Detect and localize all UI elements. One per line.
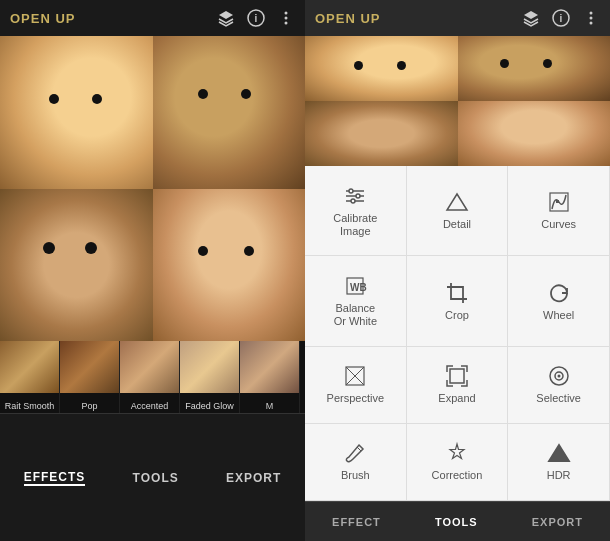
thumb-label-1: Rait Smooth xyxy=(0,401,59,411)
svg-point-9 xyxy=(590,22,593,25)
svg-rect-24 xyxy=(450,369,464,383)
doll-cell-3 xyxy=(0,189,153,342)
svg-text:i: i xyxy=(560,13,563,24)
tool-white-balance[interactable]: WB BalanceOr White xyxy=(305,256,407,346)
tab-effect-right[interactable]: EFFECT xyxy=(332,516,381,528)
thumb-faded-glow[interactable]: Faded Glow xyxy=(180,341,240,413)
svg-point-3 xyxy=(285,17,288,20)
thumb-rait-smooth[interactable]: Rait Smooth xyxy=(0,341,60,413)
correction-label: Correction xyxy=(432,469,483,482)
info-icon-right[interactable]: i xyxy=(552,9,570,27)
tool-curves[interactable]: Curves xyxy=(508,166,610,256)
bottom-bar-right: EFFECT TOOLS EXPORT xyxy=(305,501,610,541)
hdr-label: HDR xyxy=(547,469,571,482)
tab-effects[interactable]: Effects xyxy=(24,470,86,486)
bottom-bar-left: Effects TOOLS EXPORT xyxy=(0,413,305,541)
tools-grid: CalibrateImage Detail Curves xyxy=(305,166,610,501)
thumb-label-4: Faded Glow xyxy=(180,401,239,411)
svg-point-7 xyxy=(590,12,593,15)
expand-icon xyxy=(445,364,469,388)
svg-point-8 xyxy=(590,17,593,20)
white-balance-icon: WB xyxy=(343,274,367,298)
thumb-pop[interactable]: Pop xyxy=(60,341,120,413)
thumbnail-strip: Rait Smooth Pop Accented Faded Glow M xyxy=(0,341,305,413)
tool-calibrate[interactable]: CalibrateImage xyxy=(305,166,407,256)
calibrate-label: CalibrateImage xyxy=(333,212,377,238)
svg-marker-29 xyxy=(549,445,569,461)
tab-export-right[interactable]: EXPORT xyxy=(532,516,583,528)
tool-brush[interactable]: Brush xyxy=(305,424,407,501)
layers-icon-right[interactable] xyxy=(522,9,540,27)
layers-icon-left[interactable] xyxy=(217,9,235,27)
perspective-label: Perspective xyxy=(327,392,384,405)
app-title-left: OPEN UP xyxy=(10,11,76,26)
crop-icon xyxy=(445,280,469,304)
white-balance-label: BalanceOr White xyxy=(334,302,377,328)
calibrate-icon xyxy=(343,183,367,207)
brush-icon xyxy=(343,441,367,465)
thumb-label-2: Pop xyxy=(60,401,119,411)
left-top-bar: OPEN UP i xyxy=(0,0,305,36)
right-panel: OPEN UP i xyxy=(305,0,610,541)
tool-wheel[interactable]: Wheel xyxy=(508,256,610,346)
thumb-label-3: Accented xyxy=(120,401,179,411)
tab-tools-right[interactable]: TOOLS xyxy=(435,516,478,528)
more-icon-right[interactable] xyxy=(582,9,600,27)
info-icon-left[interactable]: i xyxy=(247,9,265,27)
thumb-label-5: M xyxy=(240,401,299,411)
svg-point-27 xyxy=(557,375,560,378)
left-top-icons: i xyxy=(217,9,295,27)
svg-text:WB: WB xyxy=(350,282,367,293)
wheel-icon xyxy=(547,280,571,304)
tab-export-left[interactable]: EXPORT xyxy=(226,471,281,485)
left-panel: OPEN UP i xyxy=(0,0,305,541)
selective-label: Selective xyxy=(536,392,581,405)
tool-selective[interactable]: Selective xyxy=(508,347,610,424)
tool-detail[interactable]: Detail xyxy=(407,166,509,256)
expand-label: Expand xyxy=(438,392,475,405)
tab-tools-left[interactable]: TOOLS xyxy=(133,471,179,485)
brush-label: Brush xyxy=(341,469,370,482)
svg-point-14 xyxy=(356,194,360,198)
curves-icon xyxy=(547,190,571,214)
right-main-image xyxy=(305,36,610,166)
thumb-m[interactable]: M xyxy=(240,341,300,413)
hdr-icon xyxy=(547,441,571,465)
right-top-bar: OPEN UP i xyxy=(305,0,610,36)
detail-label: Detail xyxy=(443,218,471,231)
doll-cell-4 xyxy=(153,189,306,342)
more-icon-left[interactable] xyxy=(277,9,295,27)
svg-point-13 xyxy=(349,189,353,193)
curves-label: Curves xyxy=(541,218,576,231)
selective-icon xyxy=(547,364,571,388)
main-image-left xyxy=(0,36,305,341)
crop-label: Crop xyxy=(445,309,469,322)
svg-point-4 xyxy=(285,22,288,25)
svg-line-28 xyxy=(357,447,361,451)
svg-text:i: i xyxy=(255,13,258,24)
svg-rect-18 xyxy=(556,200,559,203)
correction-icon xyxy=(445,441,469,465)
svg-marker-16 xyxy=(447,194,467,210)
detail-icon xyxy=(445,190,469,214)
perspective-icon xyxy=(343,364,367,388)
tool-correction[interactable]: Correction xyxy=(407,424,509,501)
doll-cell-1 xyxy=(0,36,153,189)
tool-crop[interactable]: Crop xyxy=(407,256,509,346)
app-title-right: OPEN UP xyxy=(315,11,381,26)
tool-hdr[interactable]: HDR xyxy=(508,424,610,501)
right-top-icons: i xyxy=(522,9,600,27)
svg-point-2 xyxy=(285,12,288,15)
doll-cell-2 xyxy=(153,36,306,189)
svg-point-15 xyxy=(351,199,355,203)
thumb-accented[interactable]: Accented xyxy=(120,341,180,413)
tool-perspective[interactable]: Perspective xyxy=(305,347,407,424)
tool-expand[interactable]: Expand xyxy=(407,347,509,424)
wheel-label: Wheel xyxy=(543,309,574,322)
